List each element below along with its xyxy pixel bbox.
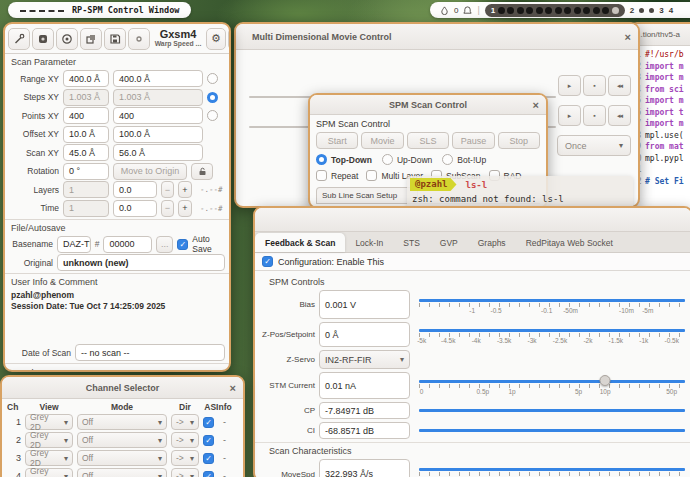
rotation-input[interactable]: 0 ° [63, 163, 109, 180]
points-y-input[interactable]: 400 [113, 107, 203, 124]
app-dot-icon[interactable] [593, 7, 600, 14]
view-dropdown[interactable]: Grey 2D▾ [25, 414, 73, 430]
rewind-button[interactable]: ◂◂ [608, 105, 631, 126]
spm-scan-titlebar[interactable]: SPM Scan Control × [310, 95, 546, 115]
radio-up-down[interactable]: Up-Down [382, 154, 432, 165]
mode-dropdown[interactable]: Off▾ [77, 450, 167, 466]
mode-dropdown[interactable]: Off▾ [77, 432, 167, 448]
bias-slider[interactable]: -1 -0.5 -0.1 -50m -10m -5m [419, 290, 685, 319]
repeat-checkbox[interactable]: Repeat [316, 170, 358, 181]
app-dot-icon[interactable] [564, 7, 571, 14]
layers-value-input[interactable]: 0.0 [113, 181, 157, 198]
stop-button[interactable]: Stop [498, 132, 540, 149]
view-dropdown[interactable]: Grey 2D▾ [25, 450, 73, 466]
scan-y-input[interactable]: 56.0 Å [113, 144, 203, 161]
dir-dropdown[interactable]: ->▾ [171, 414, 199, 430]
zservo-dropdown[interactable]: IN2-RF-FIR ▾ [319, 350, 410, 369]
asinfo-checkbox-on-icon[interactable] [203, 471, 214, 477]
play-button[interactable]: ▸ [558, 75, 581, 96]
app-dot-icon[interactable] [649, 8, 654, 13]
topbar-status-pill[interactable]: 0 | 1 2 3 4 [430, 2, 690, 18]
view-dropdown[interactable]: Grey 2D▾ [25, 468, 73, 477]
app-dot-icon[interactable] [536, 7, 543, 14]
bias-input[interactable]: 0.001 V [319, 290, 410, 319]
storage-icon[interactable] [32, 28, 54, 50]
workspace-1-pill[interactable]: 1 [485, 4, 625, 17]
app-dot-icon[interactable] [602, 7, 609, 14]
points-x-input[interactable]: 400 [63, 107, 109, 124]
browse-button[interactable]: ... [156, 236, 173, 253]
tab-sts[interactable]: STS [393, 233, 430, 252]
steps-y-input[interactable]: 1.003 Å [113, 89, 203, 106]
play-button[interactable]: ▸ [558, 105, 581, 126]
workspace-3-number[interactable]: 3 [659, 6, 663, 15]
close-icon[interactable]: × [230, 382, 236, 393]
layers-minus-button[interactable]: − [161, 181, 174, 198]
workspace-4-number[interactable]: 4 [669, 6, 673, 15]
autosave-checkbox-on-icon[interactable] [177, 239, 188, 250]
tab-graphs[interactable]: Graphs [468, 233, 516, 252]
tip-tool-icon[interactable] [8, 28, 30, 50]
points-radio-off-icon[interactable] [207, 110, 218, 121]
dir-dropdown[interactable]: ->▾ [171, 450, 199, 466]
ci-slider[interactable] [419, 422, 685, 439]
tab-feedback-scan[interactable]: Feedback & Scan [255, 233, 345, 252]
steps-radio-on-icon[interactable] [207, 92, 218, 103]
mode-dropdown[interactable]: Off▾ [77, 414, 167, 430]
repeat-mode-dropdown[interactable]: Once ▾ [557, 135, 631, 156]
time-plus-button[interactable]: + [178, 200, 192, 217]
tab-lock-in[interactable]: Lock-In [345, 233, 393, 252]
app-drop-icon[interactable] [612, 7, 619, 14]
dir-dropdown[interactable]: ->▾ [171, 432, 199, 448]
close-icon[interactable]: × [625, 31, 631, 42]
feedback-titlebar[interactable] [255, 208, 690, 232]
sls-button[interactable]: SLS [407, 132, 449, 149]
window-title-pill[interactable]: RP-SPM Control Window [8, 2, 191, 18]
dot-tool-icon[interactable] [128, 28, 150, 50]
stm-current-input[interactable]: 0.01 nA [319, 372, 410, 399]
scan-x-input[interactable]: 45.0 Å [63, 144, 109, 161]
pause-button[interactable]: Pause [452, 132, 494, 149]
configuration-enable-row[interactable]: Configuration: Enable This [255, 253, 690, 271]
tab-redpitaya-web-socket[interactable]: RedPitaya Web Socket [516, 233, 623, 252]
layers-count-input[interactable]: 1 [63, 181, 109, 198]
range-radio-off-icon[interactable] [207, 73, 218, 84]
movie-control-titlebar[interactable]: Multi Dimensional Movie Control × [236, 24, 638, 50]
settings-gear-button[interactable]: ⚙ [206, 28, 226, 50]
basename-input[interactable]: DAZ-TE [57, 236, 91, 253]
app-dot-icon[interactable] [498, 7, 505, 14]
offset-x-input[interactable]: 10.0 Å [63, 126, 109, 143]
asinfo-checkbox-on-icon[interactable] [203, 417, 214, 428]
movie-button[interactable]: Movie [361, 132, 403, 149]
date-of-scan-input[interactable]: -- no scan -- [75, 344, 225, 361]
range-y-input[interactable]: 400.0 Å [113, 70, 203, 87]
movespd-slider[interactable]: 0 5 10 [419, 459, 685, 477]
lock-button[interactable] [191, 163, 213, 180]
save-icon[interactable] [104, 28, 126, 50]
index-input[interactable]: 00000 [103, 236, 152, 253]
zpos-slider[interactable]: -5k -4.5k -4k -3.5k -3k -2.5k -2k -1.5k … [419, 322, 685, 347]
workspace-2-number[interactable]: 2 [630, 6, 634, 15]
record-icon[interactable] [56, 28, 78, 50]
channel-selector-titlebar[interactable]: Channel Selector × [2, 377, 243, 399]
dir-dropdown[interactable]: ->▾ [171, 468, 199, 477]
app-dot-icon[interactable] [574, 7, 581, 14]
app-dot-icon[interactable] [639, 8, 644, 13]
movespd-input[interactable]: 322.993 Å/s [319, 459, 410, 477]
layers-plus-button[interactable]: + [178, 181, 192, 198]
asinfo-checkbox-on-icon[interactable] [203, 453, 214, 464]
close-icon[interactable]: × [533, 99, 539, 110]
tab-gvp[interactable]: GVP [430, 233, 468, 252]
steps-x-input[interactable]: 1.003 Å [63, 89, 109, 106]
zpos-input[interactable]: 0 Å [319, 322, 410, 347]
time-count-input[interactable]: 1 [63, 200, 109, 217]
time-minus-button[interactable]: − [161, 200, 174, 217]
mode-dropdown[interactable]: Off▾ [77, 468, 167, 477]
gxsm-headerbar[interactable]: Gxsm4 Warp Speed ... ⚙ ▾ [5, 24, 229, 54]
app-dot-icon[interactable] [526, 7, 533, 14]
terminal-window[interactable]: @pzahl ls-l zsh: command not found: ls-l [407, 176, 633, 210]
app-dot-icon[interactable] [555, 7, 562, 14]
move-to-origin-button[interactable]: Move to Origin [113, 163, 187, 180]
slider-handle[interactable] [600, 375, 611, 386]
app-dot-icon[interactable] [517, 7, 524, 14]
